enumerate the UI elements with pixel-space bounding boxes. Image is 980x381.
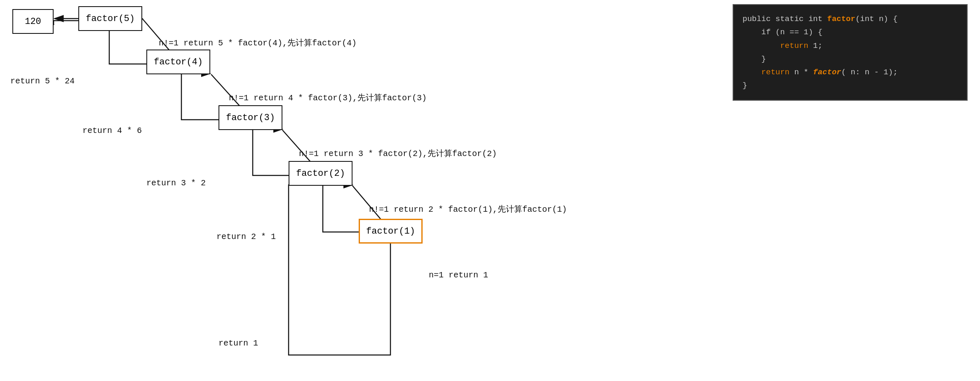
node-f5: factor(5) [78, 6, 142, 31]
label-return-3-2: return 3 * 2 [146, 178, 206, 188]
call-label-3: n!=1 return 3 * factor(2),先计算factor(2) [299, 148, 497, 159]
code-line-5: return n * factor( n: n - 1); [743, 66, 958, 79]
label-return-2-1: return 2 * 1 [216, 232, 276, 241]
call-label-2: n!=1 return 2 * factor(1),先计算factor(1) [369, 204, 567, 215]
diagram-area: 120 factor(5) factor(4) factor(3) factor… [0, 0, 980, 381]
node-f1: factor(1) [359, 219, 423, 244]
call-label-1: n=1 return 1 [429, 270, 488, 280]
call-label-5: n!=1 return 5 * factor(4),先计算factor(4) [159, 37, 357, 48]
code-panel: public static int factor(int n) { if (n … [733, 4, 968, 101]
node-result-label: 120 [25, 17, 41, 27]
label-return-4-6: return 4 * 6 [82, 126, 142, 135]
code-line-3: return 1; [743, 39, 958, 52]
label-return-1: return 1 [219, 338, 258, 348]
node-f5-label: factor(5) [86, 14, 135, 24]
node-f3-label: factor(3) [226, 113, 275, 123]
code-line-1: public static int factor(int n) { [743, 12, 958, 26]
call-label-4: n!=1 return 4 * factor(3),先计算factor(3) [229, 92, 427, 103]
node-f2: factor(2) [289, 161, 353, 186]
label-return-5-24: return 5 * 24 [10, 76, 75, 86]
node-f4-label: factor(4) [154, 57, 203, 67]
code-line-2: if (n == 1) { [743, 26, 958, 39]
code-line-4: } [743, 52, 958, 66]
node-f2-label: factor(2) [296, 168, 345, 179]
node-f3: factor(3) [219, 105, 282, 130]
code-line-6: } [743, 79, 958, 92]
node-f1-label: factor(1) [366, 226, 415, 237]
node-result: 120 [12, 9, 54, 34]
node-f4: factor(4) [146, 50, 210, 74]
